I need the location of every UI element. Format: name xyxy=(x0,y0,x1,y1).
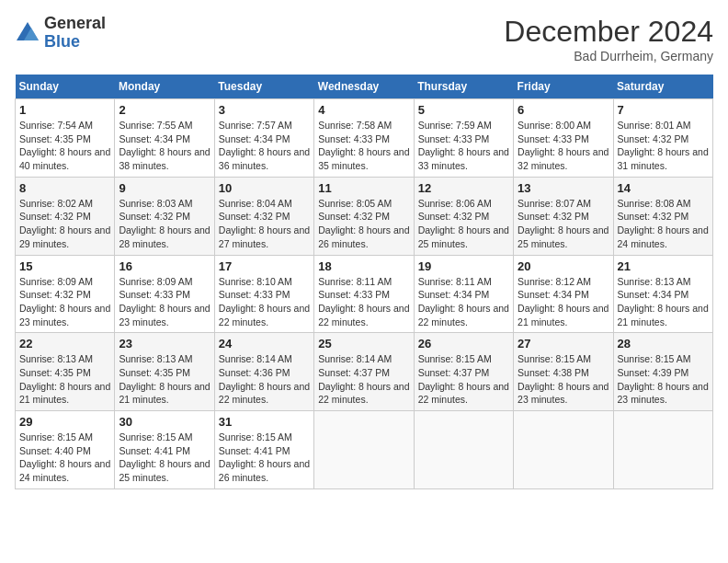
calendar-cell: 5Sunrise: 7:59 AMSunset: 4:33 PMDaylight… xyxy=(414,99,513,178)
calendar-cell: 26Sunrise: 8:15 AMSunset: 4:37 PMDayligh… xyxy=(414,333,513,411)
calendar-cell: 17Sunrise: 8:10 AMSunset: 4:33 PMDayligh… xyxy=(214,255,313,333)
cell-content: Sunrise: 8:00 AMSunset: 4:33 PMDaylight:… xyxy=(518,120,609,171)
calendar-cell: 10Sunrise: 8:04 AMSunset: 4:32 PMDayligh… xyxy=(214,177,313,255)
cell-content: Sunrise: 8:15 AMSunset: 4:40 PMDaylight:… xyxy=(19,431,110,483)
cell-content: Sunrise: 8:15 AMSunset: 4:41 PMDaylight:… xyxy=(119,431,210,483)
day-of-week-header: Monday xyxy=(115,75,214,99)
day-number: 19 xyxy=(418,259,509,273)
cell-content: Sunrise: 8:10 AMSunset: 4:33 PMDaylight:… xyxy=(219,276,310,327)
day-number: 18 xyxy=(318,259,409,273)
calendar-cell: 1Sunrise: 7:54 AMSunset: 4:35 PMDaylight… xyxy=(16,99,115,178)
day-number: 2 xyxy=(119,103,210,117)
day-number: 17 xyxy=(219,259,310,273)
calendar-cell: 18Sunrise: 8:11 AMSunset: 4:33 PMDayligh… xyxy=(314,255,414,333)
cell-content: Sunrise: 8:15 AMSunset: 4:37 PMDaylight:… xyxy=(418,353,509,405)
cell-content: Sunrise: 7:58 AMSunset: 4:33 PMDaylight:… xyxy=(318,120,409,171)
calendar-cell xyxy=(514,411,613,489)
calendar-cell: 20Sunrise: 8:12 AMSunset: 4:34 PMDayligh… xyxy=(514,255,613,333)
cell-content: Sunrise: 8:05 AMSunset: 4:32 PMDaylight:… xyxy=(318,198,409,249)
calendar-week-row: 8Sunrise: 8:02 AMSunset: 4:32 PMDaylight… xyxy=(16,177,713,255)
calendar-cell: 23Sunrise: 8:13 AMSunset: 4:35 PMDayligh… xyxy=(115,333,214,411)
day-number: 15 xyxy=(19,259,110,273)
cell-content: Sunrise: 8:09 AMSunset: 4:32 PMDaylight:… xyxy=(19,276,110,327)
cell-content: Sunrise: 8:11 AMSunset: 4:34 PMDaylight:… xyxy=(418,276,509,327)
day-number: 5 xyxy=(418,103,509,117)
calendar-week-row: 1Sunrise: 7:54 AMSunset: 4:35 PMDaylight… xyxy=(16,99,713,178)
day-number: 11 xyxy=(318,181,409,195)
logo: General Blue xyxy=(15,15,106,52)
cell-content: Sunrise: 8:15 AMSunset: 4:41 PMDaylight:… xyxy=(219,431,310,483)
calendar-cell: 30Sunrise: 8:15 AMSunset: 4:41 PMDayligh… xyxy=(115,411,214,489)
month-title: December 2024 xyxy=(504,15,713,49)
day-number: 25 xyxy=(318,337,409,350)
cell-content: Sunrise: 8:08 AMSunset: 4:32 PMDaylight:… xyxy=(618,198,709,249)
cell-content: Sunrise: 8:13 AMSunset: 4:35 PMDaylight:… xyxy=(19,353,110,405)
cell-content: Sunrise: 8:02 AMSunset: 4:32 PMDaylight:… xyxy=(19,198,110,249)
cell-content: Sunrise: 8:15 AMSunset: 4:39 PMDaylight:… xyxy=(618,353,709,405)
calendar-cell xyxy=(414,411,513,489)
cell-content: Sunrise: 8:11 AMSunset: 4:33 PMDaylight:… xyxy=(318,276,409,327)
location-subtitle: Bad Durrheim, Germany xyxy=(504,49,713,63)
day-number: 21 xyxy=(618,259,709,273)
day-number: 20 xyxy=(518,259,609,273)
day-number: 14 xyxy=(618,181,709,195)
cell-content: Sunrise: 8:01 AMSunset: 4:32 PMDaylight:… xyxy=(618,120,709,171)
calendar-cell: 24Sunrise: 8:14 AMSunset: 4:36 PMDayligh… xyxy=(214,333,313,411)
calendar-cell: 11Sunrise: 8:05 AMSunset: 4:32 PMDayligh… xyxy=(314,177,414,255)
day-number: 28 xyxy=(618,337,709,350)
day-number: 8 xyxy=(19,181,110,195)
day-number: 31 xyxy=(219,415,310,429)
cell-content: Sunrise: 8:07 AMSunset: 4:32 PMDaylight:… xyxy=(518,198,609,249)
cell-content: Sunrise: 8:04 AMSunset: 4:32 PMDaylight:… xyxy=(219,198,310,249)
day-number: 3 xyxy=(219,103,310,117)
day-of-week-header: Thursday xyxy=(414,75,513,99)
day-number: 10 xyxy=(219,181,310,195)
day-of-week-header: Wednesday xyxy=(314,75,414,99)
day-number: 29 xyxy=(19,415,110,429)
calendar-cell: 14Sunrise: 8:08 AMSunset: 4:32 PMDayligh… xyxy=(613,177,712,255)
cell-content: Sunrise: 8:14 AMSunset: 4:37 PMDaylight:… xyxy=(318,353,409,405)
page-header: General Blue December 2024 Bad Durrheim,… xyxy=(15,15,713,63)
calendar-cell xyxy=(314,411,414,489)
logo-text: General Blue xyxy=(44,15,106,52)
calendar-week-row: 29Sunrise: 8:15 AMSunset: 4:40 PMDayligh… xyxy=(16,411,713,489)
day-number: 24 xyxy=(219,337,310,350)
day-of-week-header: Saturday xyxy=(613,75,712,99)
day-number: 9 xyxy=(119,181,210,195)
calendar-cell: 31Sunrise: 8:15 AMSunset: 4:41 PMDayligh… xyxy=(214,411,313,489)
calendar-cell: 27Sunrise: 8:15 AMSunset: 4:38 PMDayligh… xyxy=(514,333,613,411)
calendar-cell: 3Sunrise: 7:57 AMSunset: 4:34 PMDaylight… xyxy=(214,99,313,178)
cell-content: Sunrise: 8:13 AMSunset: 4:34 PMDaylight:… xyxy=(618,276,709,327)
day-of-week-header: Friday xyxy=(514,75,613,99)
cell-content: Sunrise: 7:59 AMSunset: 4:33 PMDaylight:… xyxy=(418,120,509,171)
calendar-cell: 4Sunrise: 7:58 AMSunset: 4:33 PMDaylight… xyxy=(314,99,414,178)
day-number: 4 xyxy=(318,103,409,117)
cell-content: Sunrise: 8:06 AMSunset: 4:32 PMDaylight:… xyxy=(418,198,509,249)
day-number: 16 xyxy=(119,259,210,273)
cell-content: Sunrise: 7:57 AMSunset: 4:34 PMDaylight:… xyxy=(219,120,310,171)
day-number: 30 xyxy=(119,415,210,429)
day-number: 22 xyxy=(19,337,110,350)
cell-content: Sunrise: 8:03 AMSunset: 4:32 PMDaylight:… xyxy=(119,198,210,249)
day-number: 12 xyxy=(418,181,509,195)
calendar-cell: 12Sunrise: 8:06 AMSunset: 4:32 PMDayligh… xyxy=(414,177,513,255)
cell-content: Sunrise: 8:13 AMSunset: 4:35 PMDaylight:… xyxy=(119,353,210,405)
calendar-cell xyxy=(613,411,712,489)
calendar-cell: 21Sunrise: 8:13 AMSunset: 4:34 PMDayligh… xyxy=(613,255,712,333)
calendar-cell: 9Sunrise: 8:03 AMSunset: 4:32 PMDaylight… xyxy=(115,177,214,255)
day-number: 13 xyxy=(518,181,609,195)
day-of-week-header: Sunday xyxy=(16,75,115,99)
cell-content: Sunrise: 8:12 AMSunset: 4:34 PMDaylight:… xyxy=(518,276,609,327)
day-number: 23 xyxy=(119,337,210,350)
calendar-cell: 16Sunrise: 8:09 AMSunset: 4:33 PMDayligh… xyxy=(115,255,214,333)
cell-content: Sunrise: 8:09 AMSunset: 4:33 PMDaylight:… xyxy=(119,276,210,327)
logo-blue: Blue xyxy=(44,33,106,52)
cell-content: Sunrise: 8:15 AMSunset: 4:38 PMDaylight:… xyxy=(518,353,609,405)
calendar-cell: 22Sunrise: 8:13 AMSunset: 4:35 PMDayligh… xyxy=(16,333,115,411)
calendar-cell: 29Sunrise: 8:15 AMSunset: 4:40 PMDayligh… xyxy=(16,411,115,489)
logo-icon xyxy=(15,20,40,46)
cell-content: Sunrise: 7:54 AMSunset: 4:35 PMDaylight:… xyxy=(19,120,110,171)
day-number: 26 xyxy=(418,337,509,350)
calendar-table: SundayMondayTuesdayWednesdayThursdayFrid… xyxy=(15,75,713,489)
calendar-cell: 7Sunrise: 8:01 AMSunset: 4:32 PMDaylight… xyxy=(613,99,712,178)
